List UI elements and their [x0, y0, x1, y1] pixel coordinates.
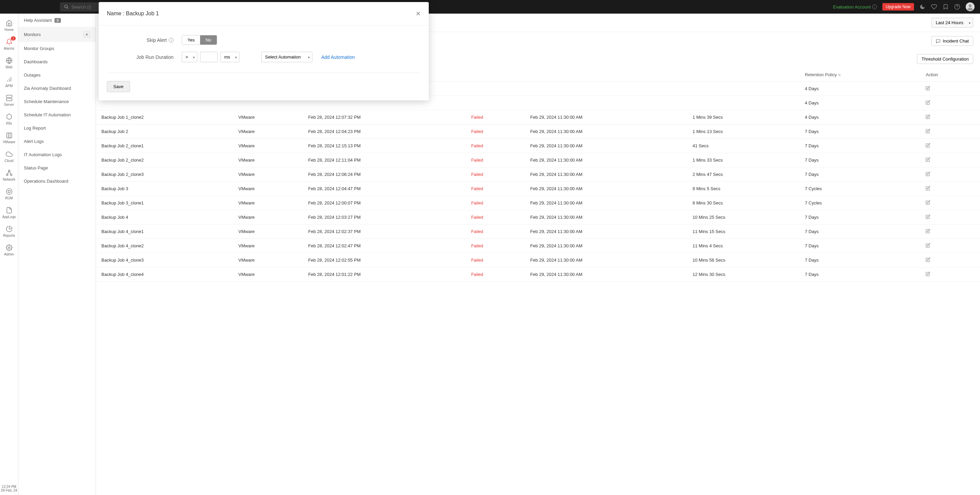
sidebar-item-outages[interactable]: Outages	[18, 68, 95, 82]
duration-input[interactable]	[200, 52, 218, 62]
table-row[interactable]: Backup Job 4 VMware Feb 28, 2024 12:03:2…	[96, 210, 980, 224]
table-row[interactable]: Backup Job 2_clone3 VMware Feb 28, 2024 …	[96, 167, 980, 181]
sidebar-item-schedule-automation[interactable]: Schedule IT Automation	[18, 108, 95, 121]
cell-action[interactable]	[920, 124, 980, 139]
sidebar-item-status-page[interactable]: Status Page	[18, 161, 95, 175]
cell-start: Feb 28, 2024 12:04:47 PM	[303, 181, 466, 196]
cell-type: VMware	[233, 267, 303, 282]
upgrade-button[interactable]: Upgrade Now	[882, 3, 914, 11]
cell-action[interactable]	[920, 224, 980, 239]
modal-close-button[interactable]: ×	[416, 9, 421, 18]
cell-action[interactable]	[920, 96, 980, 110]
iconbar-cloud[interactable]: Cloud	[0, 147, 18, 166]
cell-duration: 10 Mins 25 Secs	[687, 210, 799, 224]
table-row[interactable]: Backup Job 4_clone1 VMware Feb 28, 2024 …	[96, 224, 980, 239]
table-row[interactable]: Backup Job 4_clone3 VMware Feb 28, 2024 …	[96, 253, 980, 267]
unit-select[interactable]: ms	[221, 52, 240, 62]
add-automation-link[interactable]: Add Automation	[321, 54, 355, 60]
table-row[interactable]: Backup Job 2 VMware Feb 28, 2024 12:04:2…	[96, 124, 980, 139]
cell-action[interactable]	[920, 267, 980, 282]
svg-point-19	[8, 170, 10, 172]
sidebar-item-operations-dashboard[interactable]: Operations Dashboard	[18, 175, 95, 188]
cell-action[interactable]	[920, 167, 980, 181]
cell-name: Backup Job 2_clone3	[96, 167, 233, 181]
iconbar-web[interactable]: Web	[0, 54, 18, 72]
table-row[interactable]: Backup Job 3 VMware Feb 28, 2024 12:04:4…	[96, 181, 980, 196]
sidebar-item-it-automation-logs[interactable]: IT Automation Logs	[18, 148, 95, 161]
col-next[interactable]	[525, 68, 687, 82]
sidebar-item-monitor-groups[interactable]: Monitor Groups	[18, 42, 95, 55]
cell-action[interactable]	[920, 196, 980, 210]
cell-action[interactable]	[920, 253, 980, 267]
help-assistant[interactable]: Help Assistant 8	[18, 14, 95, 27]
avatar-icon[interactable]	[966, 2, 975, 11]
table-row[interactable]: Backup Job 2_clone1 VMware Feb 28, 2024 …	[96, 139, 980, 153]
skip-alert-toggle[interactable]: Yes No	[182, 35, 217, 45]
sidebar-item-schedule-maintenance[interactable]: Schedule Maintenance	[18, 95, 95, 108]
iconbar-rum[interactable]: RUM	[0, 185, 18, 204]
iconbar-network[interactable]: Network	[0, 166, 18, 185]
cell-duration: 1 Mins 13 Secs	[687, 124, 799, 139]
toggle-no[interactable]: No	[200, 35, 217, 45]
iconbar-k8s[interactable]: K8s	[0, 110, 18, 129]
info-icon[interactable]: i	[169, 38, 173, 43]
sidebar-item-dashboards[interactable]: Dashboards	[18, 55, 95, 68]
help-icon[interactable]	[954, 4, 960, 10]
sidebar-item-log-report[interactable]: Log Report	[18, 121, 95, 135]
add-monitor-button[interactable]: +	[83, 31, 90, 38]
col-duration[interactable]	[687, 68, 799, 82]
cell-action[interactable]	[920, 181, 980, 196]
cell-action[interactable]	[920, 210, 980, 224]
iconbar-reports[interactable]: Reports	[0, 222, 18, 241]
table-row[interactable]: Backup Job 2_clone2 VMware Feb 28, 2024 …	[96, 153, 980, 167]
table-row[interactable]: Backup Job 4_clone4 VMware Feb 28, 2024 …	[96, 267, 980, 282]
iconbar-alarms[interactable]: 1 Alarms	[0, 35, 18, 54]
sidebar-item-alert-logs[interactable]: Alert Logs	[18, 135, 95, 148]
operator-select[interactable]: >	[182, 52, 197, 62]
cell-retention: 4 Days	[799, 110, 920, 124]
svg-point-25	[8, 191, 10, 193]
cell-status: Failed	[466, 210, 525, 224]
cell-action[interactable]	[920, 110, 980, 124]
iconbar-applogs[interactable]: AppLogs	[0, 204, 18, 222]
cell-action[interactable]	[920, 139, 980, 153]
table-row[interactable]: Backup Job 4_clone2 VMware Feb 28, 2024 …	[96, 239, 980, 253]
moon-icon[interactable]	[920, 4, 926, 10]
sidebar-item-monitors[interactable]: Monitors +	[18, 27, 95, 42]
incident-chat-button[interactable]: Incident Chat	[931, 36, 973, 46]
iconbar-home[interactable]: Home	[0, 16, 18, 35]
svg-point-24	[6, 189, 12, 194]
cell-action[interactable]	[920, 82, 980, 96]
table-row[interactable]: Backup Job 1_clone2 VMware Feb 28, 2024 …	[96, 110, 980, 124]
cell-next	[525, 96, 687, 110]
toggle-yes[interactable]: Yes	[182, 35, 200, 45]
cell-action[interactable]	[920, 153, 980, 167]
iconbar-admin[interactable]: Admin	[0, 241, 18, 259]
table-row[interactable]: Backup Job 3_clone1 VMware Feb 28, 2024 …	[96, 196, 980, 210]
automation-select[interactable]: Select Automation	[261, 52, 312, 62]
threshold-config-button[interactable]: Threshold Configuration	[917, 54, 973, 64]
iconbar-apm[interactable]: APM	[0, 72, 18, 91]
cell-name: Backup Job 2_clone1	[96, 139, 233, 153]
save-button[interactable]: Save	[107, 81, 130, 92]
iconbar-server[interactable]: Server	[0, 91, 18, 110]
time-range-selector[interactable]: Last 24 Hours	[931, 18, 973, 27]
cell-status: Failed	[466, 167, 525, 181]
iconbar-vmware[interactable]: VMware	[0, 129, 18, 147]
cell-start: Feb 28, 2024 12:02:55 PM	[303, 253, 466, 267]
cell-start: Feb 28, 2024 12:04:23 PM	[303, 124, 466, 139]
heart-icon[interactable]	[931, 4, 937, 10]
col-retention[interactable]: Retention Policy⇅	[799, 68, 920, 82]
sidebar-item-zia[interactable]: Zia Anomaly Dashboard	[18, 82, 95, 95]
iconbar: Home 1 Alarms Web APM Server K8s VMware	[0, 14, 18, 495]
info-icon[interactable]: i	[872, 5, 877, 9]
cell-action[interactable]	[920, 239, 980, 253]
svg-marker-15	[7, 114, 11, 120]
col-status[interactable]	[466, 68, 525, 82]
network-icon	[6, 169, 13, 176]
bookmark-icon[interactable]	[943, 4, 949, 10]
cell-duration: 1 Mins 39 Secs	[687, 110, 799, 124]
cell-next: Feb 29, 2024 11:30:00 AM	[525, 253, 687, 267]
svg-point-26	[8, 247, 10, 249]
svg-point-20	[6, 174, 8, 175]
